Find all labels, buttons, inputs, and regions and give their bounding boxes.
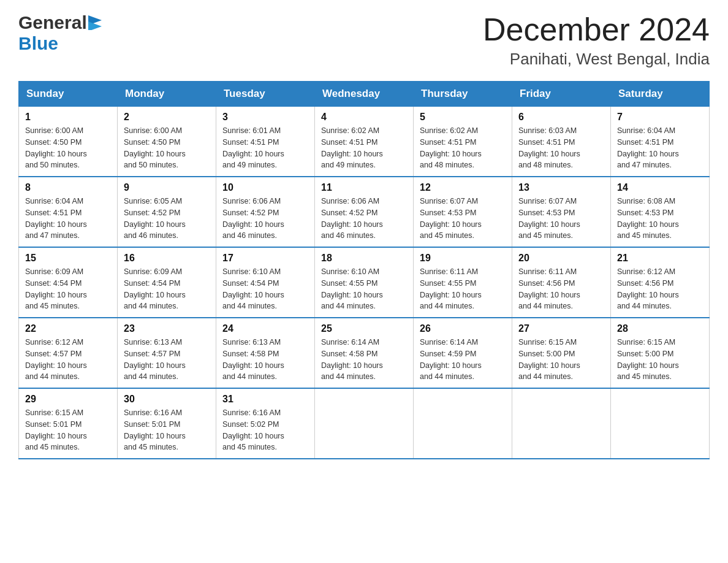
day-info: Sunrise: 6:09 AM Sunset: 4:54 PM Dayligh… <box>124 266 210 312</box>
day-header-tuesday: Tuesday <box>216 82 315 107</box>
day-number: 1 <box>25 112 111 123</box>
day-number: 19 <box>420 253 506 264</box>
calendar-cell: 11 Sunrise: 6:06 AM Sunset: 4:52 PM Dayl… <box>315 177 414 247</box>
day-info: Sunrise: 6:07 AM Sunset: 4:53 PM Dayligh… <box>518 196 604 242</box>
calendar-cell: 12 Sunrise: 6:07 AM Sunset: 4:53 PM Dayl… <box>414 177 512 247</box>
location-title: Panihati, West Bengal, India <box>483 50 710 69</box>
day-number: 18 <box>321 253 407 264</box>
calendar-cell: 20 Sunrise: 6:11 AM Sunset: 4:56 PM Dayl… <box>512 247 611 318</box>
day-number: 17 <box>222 253 308 264</box>
day-info: Sunrise: 6:09 AM Sunset: 4:54 PM Dayligh… <box>25 266 111 312</box>
calendar-cell: 25 Sunrise: 6:14 AM Sunset: 4:58 PM Dayl… <box>315 318 414 388</box>
day-number: 30 <box>124 394 210 405</box>
day-number: 5 <box>420 112 506 123</box>
day-number: 24 <box>222 323 308 334</box>
day-info: Sunrise: 6:13 AM Sunset: 4:57 PM Dayligh… <box>124 337 210 383</box>
calendar-cell: 16 Sunrise: 6:09 AM Sunset: 4:54 PM Dayl… <box>118 247 216 318</box>
day-info: Sunrise: 6:16 AM Sunset: 5:01 PM Dayligh… <box>124 407 210 453</box>
day-info: Sunrise: 6:08 AM Sunset: 4:53 PM Dayligh… <box>617 196 703 242</box>
day-info: Sunrise: 6:01 AM Sunset: 4:51 PM Dayligh… <box>222 125 308 171</box>
day-info: Sunrise: 6:11 AM Sunset: 4:55 PM Dayligh… <box>420 266 506 312</box>
day-header-thursday: Thursday <box>414 82 512 107</box>
day-info: Sunrise: 6:02 AM Sunset: 4:51 PM Dayligh… <box>420 125 506 171</box>
day-info: Sunrise: 6:04 AM Sunset: 4:51 PM Dayligh… <box>617 125 703 171</box>
calendar-cell: 23 Sunrise: 6:13 AM Sunset: 4:57 PM Dayl… <box>118 318 216 388</box>
calendar-cell: 22 Sunrise: 6:12 AM Sunset: 4:57 PM Dayl… <box>19 318 118 388</box>
calendar-cell: 26 Sunrise: 6:14 AM Sunset: 4:59 PM Dayl… <box>414 318 512 388</box>
day-number: 27 <box>518 323 604 334</box>
day-number: 7 <box>617 112 703 123</box>
day-info: Sunrise: 6:06 AM Sunset: 4:52 PM Dayligh… <box>321 196 407 242</box>
calendar-cell: 4 Sunrise: 6:02 AM Sunset: 4:51 PM Dayli… <box>315 107 414 177</box>
day-header-wednesday: Wednesday <box>315 82 414 107</box>
day-number: 11 <box>321 182 407 193</box>
day-number: 25 <box>321 323 407 334</box>
day-header-saturday: Saturday <box>611 82 710 107</box>
calendar-cell: 30 Sunrise: 6:16 AM Sunset: 5:01 PM Dayl… <box>118 388 216 459</box>
day-info: Sunrise: 6:15 AM Sunset: 5:00 PM Dayligh… <box>518 337 604 383</box>
calendar-cell: 2 Sunrise: 6:00 AM Sunset: 4:50 PM Dayli… <box>118 107 216 177</box>
calendar-cell: 18 Sunrise: 6:10 AM Sunset: 4:55 PM Dayl… <box>315 247 414 318</box>
day-header-friday: Friday <box>512 82 611 107</box>
calendar-cell: 13 Sunrise: 6:07 AM Sunset: 4:53 PM Dayl… <box>512 177 611 247</box>
day-number: 9 <box>124 182 210 193</box>
day-info: Sunrise: 6:13 AM Sunset: 4:58 PM Dayligh… <box>222 337 308 383</box>
logo-blue-text: Blue <box>18 33 58 53</box>
day-info: Sunrise: 6:07 AM Sunset: 4:53 PM Dayligh… <box>420 196 506 242</box>
logo-icon <box>88 15 102 30</box>
day-info: Sunrise: 6:14 AM Sunset: 4:59 PM Dayligh… <box>420 337 506 383</box>
day-number: 4 <box>321 112 407 123</box>
calendar-cell: 28 Sunrise: 6:15 AM Sunset: 5:00 PM Dayl… <box>611 318 710 388</box>
week-row-5: 29 Sunrise: 6:15 AM Sunset: 5:01 PM Dayl… <box>19 388 710 459</box>
day-number: 20 <box>518 253 604 264</box>
calendar-cell: 31 Sunrise: 6:16 AM Sunset: 5:02 PM Dayl… <box>216 388 315 459</box>
day-number: 10 <box>222 182 308 193</box>
calendar-header-row: SundayMondayTuesdayWednesdayThursdayFrid… <box>19 82 710 107</box>
calendar-cell: 24 Sunrise: 6:13 AM Sunset: 4:58 PM Dayl… <box>216 318 315 388</box>
day-header-sunday: Sunday <box>19 82 118 107</box>
day-info: Sunrise: 6:14 AM Sunset: 4:58 PM Dayligh… <box>321 337 407 383</box>
day-number: 22 <box>25 323 111 334</box>
page-header: General Blue December 2024 Panihati, Wes… <box>18 12 710 69</box>
day-number: 28 <box>617 323 703 334</box>
day-number: 26 <box>420 323 506 334</box>
day-info: Sunrise: 6:15 AM Sunset: 5:01 PM Dayligh… <box>25 407 111 453</box>
logo: General Blue <box>18 12 102 54</box>
svg-marker-1 <box>88 21 102 30</box>
day-number: 31 <box>222 394 308 405</box>
day-number: 21 <box>617 253 703 264</box>
calendar-cell <box>315 388 414 459</box>
calendar-cell: 21 Sunrise: 6:12 AM Sunset: 4:56 PM Dayl… <box>611 247 710 318</box>
day-info: Sunrise: 6:10 AM Sunset: 4:55 PM Dayligh… <box>321 266 407 312</box>
logo-general-text: General <box>18 12 87 33</box>
calendar-cell: 7 Sunrise: 6:04 AM Sunset: 4:51 PM Dayli… <box>611 107 710 177</box>
calendar-cell: 6 Sunrise: 6:03 AM Sunset: 4:51 PM Dayli… <box>512 107 611 177</box>
day-number: 2 <box>124 112 210 123</box>
day-number: 16 <box>124 253 210 264</box>
day-info: Sunrise: 6:15 AM Sunset: 5:00 PM Dayligh… <box>617 337 703 383</box>
day-info: Sunrise: 6:02 AM Sunset: 4:51 PM Dayligh… <box>321 125 407 171</box>
day-info: Sunrise: 6:16 AM Sunset: 5:02 PM Dayligh… <box>222 407 308 453</box>
day-number: 14 <box>617 182 703 193</box>
week-row-1: 1 Sunrise: 6:00 AM Sunset: 4:50 PM Dayli… <box>19 107 710 177</box>
calendar-cell: 14 Sunrise: 6:08 AM Sunset: 4:53 PM Dayl… <box>611 177 710 247</box>
calendar-cell: 10 Sunrise: 6:06 AM Sunset: 4:52 PM Dayl… <box>216 177 315 247</box>
calendar-cell: 1 Sunrise: 6:00 AM Sunset: 4:50 PM Dayli… <box>19 107 118 177</box>
day-number: 13 <box>518 182 604 193</box>
day-info: Sunrise: 6:00 AM Sunset: 4:50 PM Dayligh… <box>124 125 210 171</box>
day-number: 8 <box>25 182 111 193</box>
day-info: Sunrise: 6:05 AM Sunset: 4:52 PM Dayligh… <box>124 196 210 242</box>
calendar-cell: 15 Sunrise: 6:09 AM Sunset: 4:54 PM Dayl… <box>19 247 118 318</box>
day-number: 29 <box>25 394 111 405</box>
week-row-3: 15 Sunrise: 6:09 AM Sunset: 4:54 PM Dayl… <box>19 247 710 318</box>
calendar-cell: 8 Sunrise: 6:04 AM Sunset: 4:51 PM Dayli… <box>19 177 118 247</box>
calendar-cell: 3 Sunrise: 6:01 AM Sunset: 4:51 PM Dayli… <box>216 107 315 177</box>
calendar-cell: 27 Sunrise: 6:15 AM Sunset: 5:00 PM Dayl… <box>512 318 611 388</box>
day-info: Sunrise: 6:11 AM Sunset: 4:56 PM Dayligh… <box>518 266 604 312</box>
day-number: 3 <box>222 112 308 123</box>
day-number: 6 <box>518 112 604 123</box>
day-number: 12 <box>420 182 506 193</box>
day-info: Sunrise: 6:04 AM Sunset: 4:51 PM Dayligh… <box>25 196 111 242</box>
day-number: 15 <box>25 253 111 264</box>
calendar-cell: 19 Sunrise: 6:11 AM Sunset: 4:55 PM Dayl… <box>414 247 512 318</box>
